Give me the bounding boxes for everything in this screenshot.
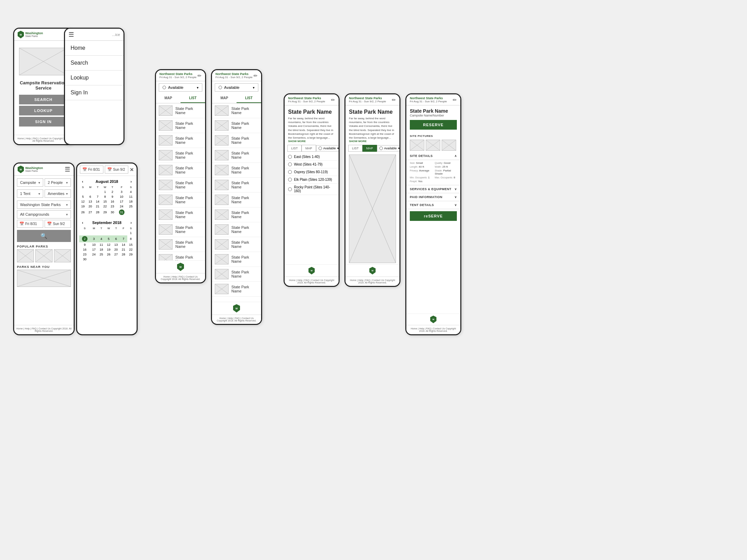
end-date[interactable]: 📅 Sun 9/2 — [45, 220, 71, 228]
list-item[interactable]: State Park Name — [212, 178, 261, 193]
paid-accordion[interactable]: PAID INFORMATION ∨ — [406, 193, 460, 201]
list-item[interactable]: State Park Name — [156, 103, 205, 118]
list-tab-inline[interactable]: LIST — [348, 145, 362, 152]
park-dropdown[interactable]: Washington State Parks ▾ — [17, 200, 71, 209]
map-tab[interactable]: MAP — [212, 94, 237, 103]
park-name: State Park Name — [406, 105, 460, 114]
item-name: State Park Name — [231, 151, 258, 159]
list-tab[interactable]: LIST — [237, 94, 261, 103]
people-dropdown[interactable]: 2 People ▾ — [45, 178, 71, 187]
list-item[interactable]: State Park Name — [156, 222, 205, 237]
list-item[interactable]: State Park Name — [156, 133, 205, 148]
site-option-2[interactable]: West (Sites 41-79) — [285, 161, 339, 168]
list-item[interactable]: State Park Name — [156, 148, 205, 163]
search-submit-button[interactable]: 🔍 — [17, 230, 71, 242]
list-item[interactable]: State Park Name — [212, 163, 261, 178]
cal-start-date[interactable]: 📅 Fri 8/31 — [80, 166, 103, 174]
park-thumb-1[interactable] — [17, 249, 34, 262]
calendar-icon: 📅 — [19, 222, 24, 226]
hamburger-icon[interactable]: ☰ — [68, 31, 74, 38]
menu-signin[interactable]: Sign In — [65, 85, 123, 100]
item-name: State Park Name — [175, 136, 202, 144]
reserve-top-button[interactable]: RESERVE — [410, 120, 457, 130]
edit-icon[interactable]: ✏ — [453, 97, 457, 103]
list-item[interactable]: State Park Name — [212, 103, 261, 118]
list-item[interactable]: State Park Name — [156, 237, 205, 252]
close-icon[interactable]: ✕ — [130, 167, 134, 172]
campgrounds-dropdown[interactable]: All Campgrounds ▾ — [17, 210, 71, 218]
park-sub: Fri Aug 31 - Sun 9/2, 2 People — [159, 76, 196, 79]
list-item[interactable]: State Park Name — [212, 282, 261, 297]
list-item[interactable]: State Park Name — [156, 178, 205, 193]
list-item[interactable]: State Park Name — [156, 207, 205, 222]
site-option-1[interactable]: East (Sites 1-40) — [285, 153, 339, 161]
list-item[interactable]: State Park Name — [212, 222, 261, 237]
item-thumb — [159, 135, 173, 146]
site-option-3[interactable]: Osprey (Sites 80-119) — [285, 168, 339, 176]
hamburger-icon[interactable]: ☰ — [65, 166, 70, 173]
list-item[interactable]: State Park Name — [212, 267, 261, 282]
menu-lookup[interactable]: Lookup — [65, 71, 123, 85]
map-tab[interactable]: MAP — [156, 94, 181, 103]
reserve-bottom-button[interactable]: reSERVE — [410, 211, 457, 221]
next-sep-btn[interactable]: › — [130, 221, 132, 225]
available-dropdown[interactable]: Available ▾ — [159, 83, 202, 92]
show-more[interactable]: SHOW MORE — [285, 140, 339, 145]
edit-icon[interactable]: ✏ — [253, 73, 258, 78]
min-occ-field: Min. Occupants: 1 — [410, 176, 432, 179]
list-item[interactable]: State Park Name — [156, 252, 205, 260]
item-thumb — [215, 224, 229, 235]
site-label-5: Rocky Point (Sites 140-160) — [294, 185, 335, 193]
show-more[interactable]: SHOW MORE — [345, 140, 399, 145]
signin-button[interactable]: SIGN IN — [19, 117, 68, 127]
list-item[interactable]: State Park Name — [156, 193, 205, 207]
list-item[interactable]: State Park Name — [156, 118, 205, 133]
services-accordion[interactable]: SERVICES & EQUIPMENT ∨ — [406, 185, 460, 193]
prev-sep-btn[interactable]: ‹ — [82, 221, 83, 225]
available-filter[interactable]: Available ▾ — [377, 145, 399, 151]
start-date[interactable]: 📅 Fri 8/31 — [17, 220, 43, 228]
park-thumb-3[interactable] — [54, 249, 71, 262]
amenities-dropdown[interactable]: Amenities ▾ — [45, 189, 71, 198]
tent-dropdown[interactable]: 1 Tent ▾ — [17, 189, 43, 198]
lookup-button[interactable]: LOOKUP — [19, 106, 68, 115]
site-option-5[interactable]: Rocky Point (Sites 140-160) — [285, 184, 339, 195]
list-item[interactable]: State Park Name — [212, 237, 261, 252]
list-item[interactable]: State Park Name — [212, 193, 261, 207]
cal-end-date[interactable]: 📅 Sun 9/2 — [105, 166, 128, 174]
site-details-accordion[interactable]: SITE DETAILS ∧ — [406, 152, 460, 160]
cal-sep2[interactable]: 2 — [82, 236, 87, 242]
available-filter[interactable]: Available ▾ — [316, 145, 339, 151]
site-pic-1[interactable] — [410, 140, 424, 151]
map-tab-inline[interactable]: MAP — [302, 145, 316, 152]
list-item[interactable]: State Park Name — [212, 133, 261, 148]
list-item[interactable]: State Park Name — [156, 163, 205, 178]
site-details-label: SITE DETAILS — [410, 154, 433, 158]
list-tab[interactable]: LIST — [181, 94, 205, 103]
list-item[interactable]: State Park Name — [212, 252, 261, 267]
menu-home[interactable]: Home — [65, 41, 123, 56]
list-item[interactable]: State Park Name — [212, 118, 261, 133]
list-item[interactable]: State Park Name — [212, 148, 261, 163]
site-pic-2[interactable] — [426, 140, 440, 151]
edit-icon[interactable]: ✏ — [197, 73, 202, 78]
list-tab-inline[interactable]: LIST — [287, 145, 302, 152]
edit-icon[interactable]: ✏ — [392, 97, 396, 103]
menu-search[interactable]: Search — [65, 56, 123, 71]
chevron-down-icon: ∨ — [454, 187, 457, 191]
site-pic-3[interactable] — [442, 140, 456, 151]
tent-accordion[interactable]: TENT DETAILS ∨ — [406, 201, 460, 209]
cal-aug31[interactable]: 31 — [119, 209, 124, 215]
search-button[interactable]: SEARCH — [19, 95, 68, 104]
list-item[interactable]: State Park Name — [212, 207, 261, 222]
prev-month-btn[interactable]: ‹ — [82, 179, 83, 184]
item-thumb — [215, 165, 229, 175]
campsite-dropdown[interactable]: Campsite ▾ — [17, 178, 43, 187]
next-month-btn[interactable]: › — [130, 179, 132, 184]
map-tab-inline[interactable]: MAP — [362, 145, 377, 152]
available-dropdown[interactable]: Available ▾ — [215, 83, 258, 92]
park-thumb-2[interactable] — [35, 249, 52, 262]
item-thumb — [159, 239, 173, 250]
site-option-4[interactable]: Elk Plain (Sites 120-139) — [285, 176, 339, 184]
edit-icon[interactable]: ✏ — [331, 97, 335, 103]
